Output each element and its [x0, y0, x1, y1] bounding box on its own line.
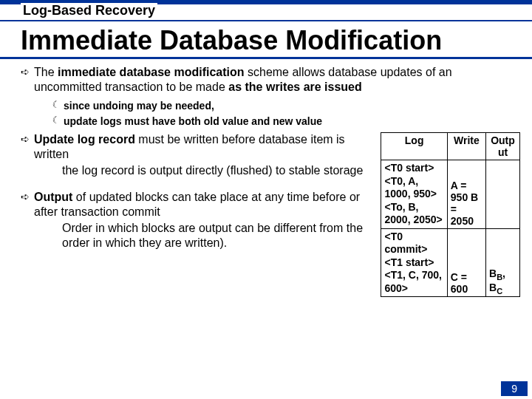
bullet-item: Update log record must be written before… [21, 132, 376, 178]
two-column-row: Update log record must be written before… [21, 132, 520, 297]
subscript: C [497, 286, 502, 295]
cell-output [486, 160, 520, 229]
divider [0, 57, 532, 59]
subscript: B [497, 273, 502, 282]
table-header-row: Log Write Outp ut [381, 133, 520, 160]
bullet-item: Output of updated blocks can take place … [21, 190, 376, 250]
example-table: Log Write Outp ut <T0 start> <T0, A, 100… [381, 132, 520, 297]
log-line: <T0 commit> [384, 231, 443, 256]
text-bold: Update log record [34, 133, 135, 146]
text-bold: immediate database modification [58, 66, 245, 78]
divider [0, 20, 532, 21]
log-line: <T1 start> [384, 256, 443, 270]
cell-output: BB, BC [486, 228, 520, 297]
table-row: <T0 start> <T0, A, 1000, 950> <To, B, 20… [381, 160, 520, 229]
log-line: <T1, C, 700, 600> [384, 269, 443, 295]
cell-write: A = 950 B = 2050 [447, 160, 485, 229]
log-line: <T0 start> [384, 162, 443, 175]
page-number: 9 [501, 381, 528, 396]
table-row: <T0 commit> <T1 start> <T1, C, 700, 600>… [381, 228, 520, 297]
cell-log: <T0 start> <T0, A, 1000, 950> <To, B, 20… [381, 160, 447, 229]
col-header-log: Log [381, 133, 447, 160]
col-header-output: Outp ut [486, 133, 520, 160]
title-band-right [488, 21, 532, 57]
section-heading: Log-Based Recovery [21, 3, 157, 18]
text: B [489, 267, 497, 279]
sub-bullet-item: since undoing may be needed, [21, 99, 520, 112]
text-bold: as the writes are issued [228, 81, 362, 93]
text: of updated blocks can take place at any … [34, 191, 360, 218]
sub-text: Order in which blocks are output can be … [34, 221, 376, 250]
slide-title: Immediate Database Modification [21, 25, 442, 56]
log-line: <T0, A, 1000, 950> [384, 175, 443, 201]
log-line: <To, B, 2000, 2050> [384, 201, 443, 227]
col-header-write: Write [447, 133, 485, 160]
left-column: Update log record must be written before… [21, 132, 376, 262]
bullet-item: The immediate database modification sche… [21, 65, 520, 95]
text: The [34, 66, 58, 78]
text-bold: Output [34, 191, 72, 203]
sub-bullet-item: update logs must have both old value and… [21, 115, 520, 128]
sub-text: the log record is output directly (flush… [34, 163, 376, 178]
slide: Log-Based Recovery Immediate Database Mo… [0, 0, 532, 399]
cell-write: C = 600 [447, 228, 485, 297]
cell-log: <T0 commit> <T1 start> <T1, C, 700, 600> [381, 228, 447, 297]
content-area: The immediate database modification sche… [21, 65, 520, 393]
